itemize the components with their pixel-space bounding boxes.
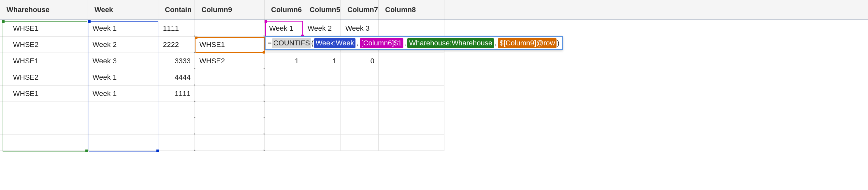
header-column5[interactable]: Column5 — [303, 0, 341, 20]
cell-column5[interactable] — [303, 102, 341, 118]
formula-editor[interactable]: = COUNTIFS ( Week:Week , [Column6]$1 , W… — [265, 36, 563, 50]
formula-ref-wharehouse: Wharehouse:Wharehouse — [407, 38, 494, 48]
cell-column9[interactable]: ▸ — [195, 135, 265, 151]
cell-contain[interactable]: 2222 — [158, 36, 195, 53]
cell-column8[interactable] — [379, 102, 444, 118]
cell-column9[interactable]: ▸ — [195, 20, 265, 36]
cell-week[interactable]: Week 1 — [88, 85, 158, 102]
header-contain[interactable]: Contain — [158, 0, 195, 20]
formula-function: COUNTIFS — [272, 38, 311, 48]
cell-column5[interactable] — [303, 118, 341, 135]
cell-column7[interactable] — [341, 102, 379, 118]
cell-week[interactable]: Week 3 — [88, 53, 158, 69]
header-column7[interactable]: Column7 — [341, 0, 379, 20]
cell-column6[interactable]: ▸ — [265, 102, 303, 118]
formula-close-paren: ) — [557, 39, 559, 47]
spreadsheet-grid: Wharehouse Week Contain Column9 Column6 … — [0, 0, 868, 151]
cell-column8[interactable] — [379, 69, 444, 85]
cell-column6[interactable]: ▸ — [265, 85, 303, 102]
cell-week[interactable] — [88, 118, 158, 135]
cell-column8[interactable] — [379, 85, 444, 102]
cell-column9[interactable]: ▸ — [195, 102, 265, 118]
cell-column7[interactable] — [341, 85, 379, 102]
cell-column8[interactable] — [379, 135, 444, 151]
formula-ref-week: Week:Week — [314, 38, 356, 48]
cell-column7[interactable] — [341, 118, 379, 135]
cell-contain[interactable]: 1111 — [158, 20, 195, 36]
cell-week[interactable]: Week 2 — [88, 36, 158, 53]
table-row: WHSE1Week 33333WHSE2▸1▸10 — [0, 53, 868, 69]
table-row: WHSE1Week 11111▸Week 1▸Week 2Week 3 — [0, 20, 868, 36]
cell-wharehouse[interactable]: WHSE2 — [0, 36, 88, 53]
cell-column5[interactable] — [303, 135, 341, 151]
cell-contain[interactable]: 3333 — [158, 53, 195, 69]
header-row: Wharehouse Week Contain Column9 Column6 … — [0, 0, 868, 20]
cell-column7[interactable]: 0 — [341, 53, 379, 69]
cell-contain[interactable]: 1111 — [158, 85, 195, 102]
cell-column9[interactable]: WHSE2▸ — [195, 53, 265, 69]
cell-column5[interactable]: 1 — [303, 53, 341, 69]
cell-wharehouse[interactable] — [0, 135, 88, 151]
table-row: WHSE1Week 11111▸▸ — [0, 85, 868, 102]
cell-wharehouse[interactable]: WHSE1 — [0, 53, 88, 69]
formula-comma: , — [494, 39, 498, 47]
formula-comma: , — [404, 39, 407, 47]
table-row: ▸▸ — [0, 102, 868, 118]
cell-wharehouse[interactable]: WHSE1 — [0, 85, 88, 102]
cell-column9[interactable]: ▸ — [195, 69, 265, 85]
cell-column9[interactable]: WHSE1▸ — [195, 36, 265, 53]
formula-ref-column6: [Column6]$1 — [360, 38, 404, 48]
cell-week[interactable] — [88, 102, 158, 118]
cell-column8[interactable] — [379, 53, 444, 69]
cell-wharehouse[interactable] — [0, 118, 88, 135]
formula-comma: , — [356, 39, 359, 47]
header-week[interactable]: Week — [88, 0, 158, 20]
cell-wharehouse[interactable]: WHSE1 — [0, 20, 88, 36]
header-column6[interactable]: Column6 — [265, 0, 303, 20]
cell-column9[interactable]: ▸ — [195, 85, 265, 102]
formula-equals: = — [268, 39, 272, 47]
cell-column5[interactable] — [303, 85, 341, 102]
cell-column5[interactable]: Week 2 — [303, 20, 341, 36]
cell-contain[interactable] — [158, 102, 195, 118]
header-column9[interactable]: Column9 — [195, 0, 265, 20]
cell-column6[interactable]: ▸ — [265, 135, 303, 151]
cell-column6[interactable]: ▸ — [265, 118, 303, 135]
table-row: ▸▸ — [0, 118, 868, 135]
cell-week[interactable] — [88, 135, 158, 151]
cell-column7[interactable] — [341, 69, 379, 85]
cell-column6[interactable]: 1▸ — [265, 53, 303, 69]
cell-column9[interactable]: ▸ — [195, 118, 265, 135]
header-wharehouse[interactable]: Wharehouse — [0, 0, 88, 20]
cell-column6[interactable]: Week 1▸ — [265, 20, 303, 36]
cell-column8[interactable] — [379, 118, 444, 135]
cell-wharehouse[interactable] — [0, 102, 88, 118]
cell-contain[interactable]: 4444 — [158, 69, 195, 85]
formula-open-paren: ( — [311, 39, 313, 47]
cell-column8[interactable] — [379, 20, 444, 36]
cell-contain[interactable] — [158, 135, 195, 151]
cell-column5[interactable] — [303, 69, 341, 85]
cell-week[interactable]: Week 1 — [88, 69, 158, 85]
cell-wharehouse[interactable]: WHSE2 — [0, 69, 88, 85]
cell-column6[interactable]: ▸ — [265, 69, 303, 85]
table-row: ▸▸ — [0, 135, 868, 151]
formula-ref-column9: $[Column9]@row — [498, 38, 557, 48]
cell-column7[interactable] — [341, 135, 379, 151]
cell-contain[interactable] — [158, 118, 195, 135]
cell-column7[interactable]: Week 3 — [341, 20, 379, 36]
table-row: WHSE2Week 14444▸▸ — [0, 69, 868, 85]
header-column8[interactable]: Column8 — [379, 0, 444, 20]
cell-week[interactable]: Week 1 — [88, 20, 158, 36]
